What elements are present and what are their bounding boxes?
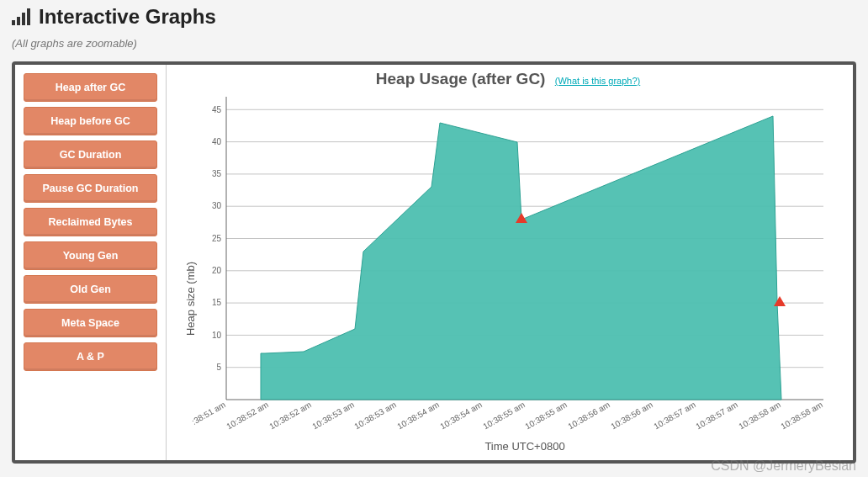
svg-text:10:38:57 am: 10:38:57 am [652,400,697,431]
header: Interactive Graphs (All graphs are zooma… [0,0,868,50]
sidebar: Heap after GC Heap before GC GC Duration… [15,65,167,460]
svg-text:5: 5 [216,363,221,372]
svg-text:25: 25 [212,234,222,243]
svg-text:10:38:54 am: 10:38:54 am [438,400,484,431]
svg-text:45: 45 [212,105,222,114]
btn-heap-before-gc[interactable]: Heap before GC [24,107,157,135]
svg-text:10:38:52 am: 10:38:52 am [267,400,313,431]
btn-pause-gc-duration[interactable]: Pause GC Duration [24,174,157,203]
svg-text:15: 15 [212,298,222,307]
subtitle: (All graphs are zoomable) [12,37,856,50]
svg-text:10: 10 [212,331,222,340]
btn-young-gen[interactable]: Young Gen [24,241,157,270]
y-ticks: 5 10 15 20 25 30 35 40 45 [212,105,222,372]
y-axis-label: Heap size (mb) [184,262,197,336]
svg-text:10:38:55 am: 10:38:55 am [523,400,569,431]
bars-icon [12,8,30,25]
panel: Heap after GC Heap before GC GC Duration… [12,61,856,464]
page-title: Interactive Graphs [39,5,216,29]
svg-text:10:38:58 am: 10:38:58 am [737,400,782,431]
chart-title: Heap Usage (after GC) (What is this grap… [172,70,844,88]
svg-text:10:38:53 am: 10:38:53 am [310,400,356,431]
svg-text:10:38:56 am: 10:38:56 am [609,400,654,431]
x-axis-label: Time UTC+0800 [484,440,564,453]
svg-text:10:38:54 am: 10:38:54 am [395,400,441,431]
svg-text:40: 40 [212,137,222,146]
svg-text:35: 35 [212,169,222,178]
svg-text::38:51 am: :38:51 am [190,400,227,427]
x-ticks: :38:51 am 10:38:52 am 10:38:52 am 10:38:… [190,400,824,431]
svg-text:10:38:56 am: 10:38:56 am [566,400,611,431]
svg-text:10:38:57 am: 10:38:57 am [694,400,739,431]
btn-meta-space[interactable]: Meta Space [24,309,157,337]
area-fill [261,116,781,400]
btn-a-and-p[interactable]: A & P [24,342,157,371]
help-link[interactable]: (What is this graph?) [555,76,640,86]
btn-reclaimed-bytes[interactable]: Reclaimed Bytes [24,208,157,236]
btn-gc-duration[interactable]: GC Duration [24,140,157,169]
chart-area[interactable]: Heap Usage (after GC) (What is this grap… [167,65,853,460]
svg-text:10:38:53 am: 10:38:53 am [352,400,398,431]
svg-text:30: 30 [212,201,222,210]
svg-text:20: 20 [212,266,222,275]
btn-old-gen[interactable]: Old Gen [24,275,157,304]
svg-text:10:38:55 am: 10:38:55 am [481,400,527,431]
chart-svg[interactable]: 5 10 15 20 25 30 35 40 45 :38:51 am 10:3… [172,88,844,458]
btn-heap-after-gc[interactable]: Heap after GC [24,73,157,102]
svg-text:10:38:52 am: 10:38:52 am [225,400,270,431]
svg-text:10:38:58 am: 10:38:58 am [779,400,824,431]
